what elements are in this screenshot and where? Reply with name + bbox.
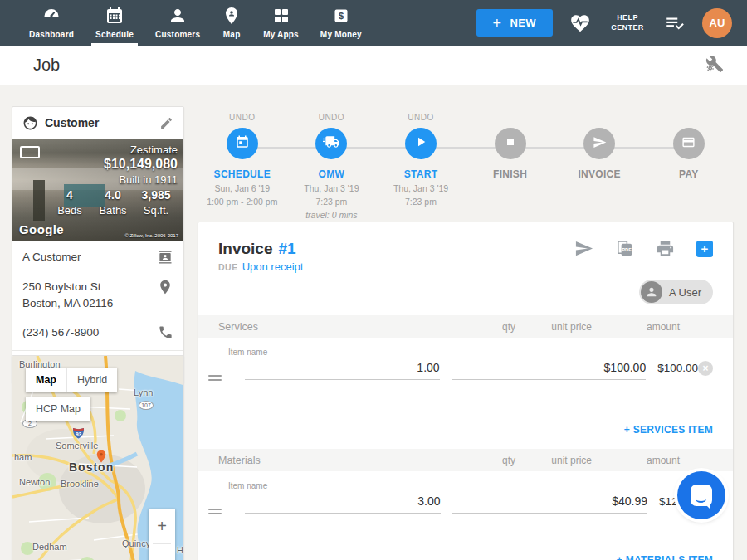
timeline-step-schedule: UNDO SCHEDULE Sun, Jan 6 '19 1:00 pm - 2…: [198, 108, 287, 222]
due-label: DUE: [218, 262, 238, 272]
hcp-map-button[interactable]: HCP Map: [26, 397, 90, 421]
nav-label: My Money: [320, 30, 362, 39]
nav-item-map[interactable]: Map: [211, 0, 252, 46]
nav-item-my-apps[interactable]: My Apps: [252, 0, 310, 46]
add-services-item-link[interactable]: + SERVICES ITEM: [624, 424, 713, 436]
interstate-93-shield: 93: [72, 426, 85, 439]
plus-icon: +: [493, 16, 502, 31]
content-area: Customer Zestimate $10,149,080 Built in …: [0, 85, 747, 560]
start-step-button[interactable]: [405, 128, 437, 159]
customer-name: A Customer: [22, 249, 150, 265]
nav-label: Customers: [155, 30, 200, 39]
pay-step-button[interactable]: [673, 128, 705, 159]
assignee-avatar-icon: [641, 281, 662, 303]
beds-label: Beds: [48, 204, 91, 217]
service-item-amount: $100.00: [657, 359, 698, 374]
drag-handle-icon[interactable]: [208, 506, 222, 544]
step-label: PAY: [679, 168, 699, 180]
undo-schedule-link[interactable]: UNDO: [229, 108, 255, 128]
chat-fab-button[interactable]: [677, 471, 725, 519]
sqft-value: 3,985: [134, 188, 178, 202]
street-view-photo[interactable]: Zestimate $10,149,080 Built in 1911 4 4.…: [12, 139, 183, 241]
send-invoice-step-button[interactable]: [583, 128, 615, 159]
customer-card-title: Customer: [45, 116, 153, 129]
step-date: Thu, Jan 3 '19: [393, 183, 448, 196]
nav-label: Schedule: [95, 30, 134, 39]
zoom-out-button[interactable]: −: [149, 544, 175, 560]
checklist-icon[interactable]: [664, 12, 686, 34]
edit-pencil-icon[interactable]: [159, 116, 173, 130]
invoice-title: Invoice: [218, 240, 272, 258]
google-watermark: Google: [19, 222, 64, 236]
service-item-qty-input[interactable]: [245, 359, 440, 380]
map-type-hybrid-button[interactable]: Hybrid: [67, 368, 117, 392]
contact-card-icon[interactable]: [157, 249, 173, 265]
map-pin-icon: [222, 6, 242, 26]
sqft-label: Sq.ft.: [134, 204, 178, 217]
finish-step-button[interactable]: [495, 128, 526, 159]
location-pin-icon[interactable]: [157, 279, 173, 295]
services-section-header: Services qty unit price amount: [198, 315, 733, 338]
step-time: 7:23 pm: [304, 196, 359, 209]
user-avatar[interactable]: AU: [702, 8, 732, 38]
send-invoice-icon[interactable]: [574, 239, 593, 258]
timeline-step-finish: FINISH: [466, 108, 555, 222]
nav-item-customers[interactable]: Customers: [144, 0, 211, 46]
undo-start-link[interactable]: UNDO: [408, 108, 433, 128]
drag-handle-icon[interactable]: [208, 373, 222, 411]
phone-icon[interactable]: [158, 324, 173, 340]
step-dates: Sun, Jan 6 '19 1:00 pm - 2:00 pm: [207, 183, 277, 209]
new-button[interactable]: + NEW: [476, 9, 553, 37]
baths-label: Baths: [91, 204, 134, 217]
zestimate-overlay: Zestimate $10,149,080 Built in 1911 4 4.…: [48, 144, 178, 217]
service-item-unit-price-input[interactable]: [452, 359, 647, 380]
customer-card-header: Customer: [12, 107, 183, 139]
help-center-link[interactable]: HELP CENTER: [608, 13, 647, 32]
remove-service-item-button[interactable]: ×: [698, 361, 713, 376]
assignee-chip[interactable]: A User: [639, 280, 713, 304]
map-canvas[interactable]: Burlington Lynn Somerville ham Boston Ne…: [12, 356, 184, 560]
material-item-unit-price-input[interactable]: [452, 493, 648, 514]
heart-pulse-icon[interactable]: [569, 12, 591, 34]
apps-grid-icon: [271, 6, 291, 26]
material-item-qty-input[interactable]: [245, 493, 441, 514]
omw-step-button[interactable]: [315, 128, 347, 159]
job-settings-wrench-icon[interactable]: [706, 55, 724, 76]
add-invoice-button[interactable]: +: [696, 241, 713, 257]
pdf-icon[interactable]: PDF: [615, 239, 634, 258]
customer-address: 250 Boylston St Boston, MA 02116: [22, 279, 150, 311]
map-zoom-control: + −: [149, 509, 175, 560]
map-label-somerville: Somerville: [56, 441, 98, 450]
page-title: Job: [33, 56, 60, 75]
calendar-icon: [235, 134, 250, 153]
map-type-map-button[interactable]: Map: [26, 368, 67, 392]
invoice-number[interactable]: #1: [278, 240, 295, 258]
invoice-card: Invoice #1 PDF +: [198, 222, 734, 560]
nav-item-schedule[interactable]: Schedule: [85, 0, 144, 46]
map-type-buttons: Map Hybrid: [26, 368, 117, 392]
nav-label: My Apps: [263, 30, 299, 39]
due-value-link[interactable]: Upon receipt: [242, 261, 304, 273]
new-button-label: NEW: [510, 17, 536, 29]
invoice-header: Invoice #1 PDF +: [198, 222, 733, 304]
materials-section-header: Materials qty unit price amount: [198, 449, 733, 471]
job-location-pin-icon[interactable]: [94, 449, 109, 467]
nav-item-my-money[interactable]: $ My Money: [310, 0, 373, 46]
print-icon[interactable]: [656, 239, 675, 258]
add-materials-item-link[interactable]: + MATERIALS ITEM: [617, 554, 713, 560]
nav-item-dashboard[interactable]: Dashboard: [18, 0, 85, 46]
unit-price-column-header: unit price: [527, 455, 592, 466]
mini-map[interactable]: Burlington Lynn Somerville ham Boston Ne…: [12, 355, 184, 560]
customer-phone: (234) 567-8900: [22, 324, 151, 341]
step-date: Sun, Jan 6 '19: [207, 183, 277, 196]
nav-label: Map: [223, 30, 241, 39]
map-label-waltham-partial: ham: [14, 452, 32, 462]
amount-column-header: amount: [603, 455, 680, 466]
schedule-step-button[interactable]: [227, 128, 258, 159]
zillow-copyright: © Zillow, Inc. 2006-2017: [125, 233, 178, 238]
undo-omw-link[interactable]: UNDO: [319, 108, 344, 128]
zoom-in-button[interactable]: +: [149, 509, 175, 543]
item-name-label: Item name: [228, 348, 713, 357]
street-view-toggle-icon[interactable]: [20, 146, 40, 158]
materials-section-title: Materials: [218, 455, 462, 466]
